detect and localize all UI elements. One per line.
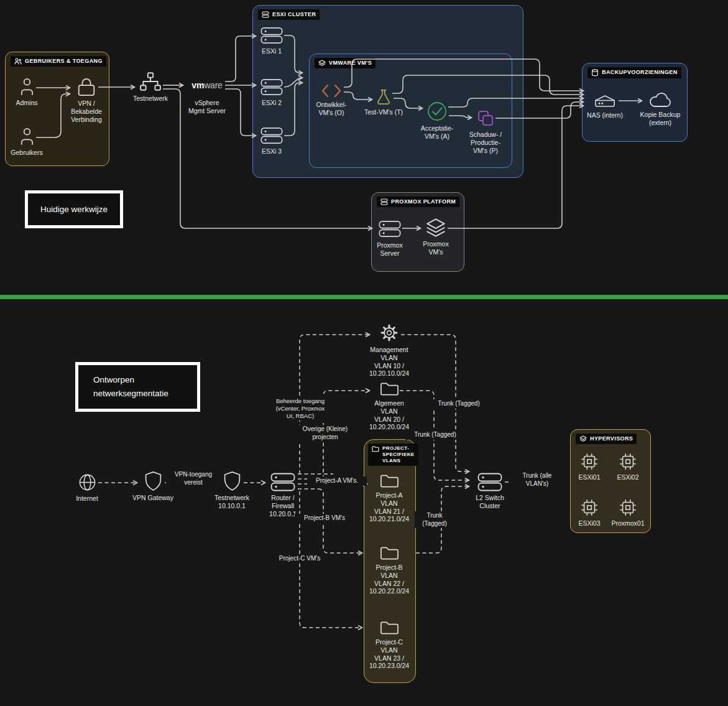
project-c-vms-edge-label: Project-C VM's <box>270 554 329 564</box>
esxi-1-node: ESXi 1 <box>244 26 300 55</box>
folder-icon <box>380 473 399 489</box>
esxi-3-label: ESXi 3 <box>262 147 282 156</box>
esxi-2-node: ESXi 2 <box>244 78 300 107</box>
internet-node: Internet <box>59 473 115 503</box>
ontwikkel-vms-label: Ontwikkel- VM's (O) <box>316 101 346 117</box>
esxi02-node: ESXi02 <box>604 452 652 481</box>
testnetwerk-node: Testnetwerk <box>122 72 178 103</box>
server-icon <box>379 219 401 239</box>
chip-icon <box>580 452 599 471</box>
bottom-section-title-label: Ontworpen netwerksegmentatie <box>93 373 197 400</box>
server-icon <box>260 26 283 45</box>
trunk-tagged-2-edge-label: Trunk (Tagged) <box>405 430 465 440</box>
vpn-node: VPN / Bekabelde Verbinding <box>58 77 114 123</box>
check-circle-icon <box>426 101 448 122</box>
nas-node: NAS (intern) <box>577 93 633 119</box>
esxi03-label: ESXi03 <box>578 519 600 527</box>
folder-icon <box>380 545 399 561</box>
person-icon <box>19 77 35 96</box>
l2-switch-label: L2 Switch Cluster <box>476 494 504 510</box>
folder-icon <box>380 620 399 636</box>
kopie-backup-label: Kopie Backup (extern) <box>640 111 681 127</box>
section-divider <box>0 295 728 299</box>
person-icon <box>19 127 35 146</box>
top-section-title: Huidige werkwijze <box>25 190 123 228</box>
proxmox-vms-label: Proxmox VM's <box>423 240 448 256</box>
algemeen-vlan-node: Algemeen VLAN VLAN 20 / 10.20.20.0/24 <box>359 381 419 431</box>
nas-label: NAS (intern) <box>587 111 623 119</box>
schaduw-vms-label: Schaduw- / Productie- VM's (P) <box>469 131 502 154</box>
server-icon <box>260 78 283 96</box>
esxi01-label: ESXi01 <box>578 473 600 481</box>
vmware-logo: vmware <box>191 80 222 90</box>
shield-icon <box>223 471 242 491</box>
switch-icon <box>477 473 503 491</box>
diagram-canvas: GEBRUIKERS & TOEGANG ESXI CLUSTER VMWARE… <box>0 0 728 706</box>
code-icon <box>320 83 343 98</box>
bottom-section-title: Ontworpen netwerksegmentatie <box>75 362 200 412</box>
copy-icon <box>476 109 495 128</box>
project-a-vms-edge-label: Project-A VM's. <box>307 476 367 486</box>
shield-icon <box>144 471 163 491</box>
acceptatie-vms-label: Acceptatie- VM's (A) <box>421 124 454 141</box>
mgmt-vlan-label: Management VLAN VLAN 10 / 10.20.10.0/24 <box>369 346 409 378</box>
acceptatie-vms-node: Acceptatie- VM's (A) <box>409 101 465 141</box>
vsphere-node: vmware vSphere Mgmt Server <box>178 80 236 115</box>
vpn-gateway-label: VPN Gateway <box>132 494 173 502</box>
edge-test-nas <box>392 75 583 95</box>
gebruikers-label: Gebruikers <box>11 149 42 157</box>
vpn-label: VPN / Bekabelde Verbinding <box>71 100 102 123</box>
esxi-3-node: ESXi 3 <box>244 126 300 156</box>
proxmox01-node: Proxmox01 <box>604 498 652 527</box>
vpn-toegang-edge-label: VPN-toegang vereist <box>166 470 221 487</box>
admins-node: Admins <box>0 77 53 107</box>
beheerde-toegang-edge-label: Beheerde toegang (vCenter, Proxmox UI, R… <box>267 397 333 420</box>
nas-icon <box>594 93 616 109</box>
project-a-vlan-node: Project-A VLAN VLAN 21 / 10.20.21.0/24 <box>362 473 416 523</box>
esxi02-label: ESXi02 <box>617 473 638 481</box>
test-vms-node: Test-VM's (T) <box>356 88 412 116</box>
gebruikers-node: Gebruikers <box>0 127 53 157</box>
project-b-vlan-node: Project-B VLAN VLAN 22 / 10.20.22.0/24 <box>362 545 416 595</box>
esxi-1-label: ESXi 1 <box>262 47 282 55</box>
folder-icon <box>380 381 399 397</box>
project-a-vlan-label: Project-A VLAN VLAN 21 / 10.20.21.0/24 <box>369 491 409 523</box>
overige-projecten-edge-label: Overige (Kleine) projecten <box>293 425 357 442</box>
ontwikkel-vms-node: Ontwikkel- VM's (O) <box>303 83 359 117</box>
network-icon <box>139 72 162 92</box>
trunk-tagged-1-edge-label: Trunk (Tagged) <box>429 399 489 409</box>
cloud-icon <box>648 91 673 108</box>
project-b-vms-edge-label: Project-B VM's <box>295 514 354 523</box>
server-icon <box>260 126 283 145</box>
chip-icon <box>619 452 637 471</box>
project-b-vlan-label: Project-B VLAN VLAN 22 / 10.20.22.0/24 <box>369 564 409 595</box>
testnetwerk2-label: Testnetwerk 10.10.0.1 <box>214 494 249 510</box>
project-c-vlan-node: Project-C VLAN VLAN 23 / 10.20.23.0/24 <box>362 620 416 670</box>
proxmox01-label: Proxmox01 <box>611 519 644 527</box>
algemeen-vlan-label: Algemeen VLAN VLAN 20 / 10.20.20.0/24 <box>369 399 409 431</box>
trunk-alle-vlans-edge-label: Trunk (alle VLAN's) <box>510 471 564 488</box>
kopie-backup-node: Kopie Backup (extern) <box>632 91 689 127</box>
router-icon <box>270 473 296 491</box>
esxi-2-label: ESXi 2 <box>262 99 282 107</box>
proxmox-vms-node: Proxmox VM's <box>408 218 464 256</box>
testnetwerk-label: Testnetwerk <box>133 95 168 103</box>
trunk-tagged-3-edge-label: Trunk (Tagged) <box>415 511 454 528</box>
lock-icon <box>76 77 97 97</box>
internet-label: Internet <box>76 495 98 503</box>
test-vms-label: Test-VM's (T) <box>364 108 403 116</box>
flask-icon <box>375 88 392 106</box>
router-firewall-node: Router / Firewall 10.20.0.1 <box>255 473 311 518</box>
project-c-vlan-label: Project-C VLAN VLAN 23 / 10.20.23.0/24 <box>369 638 409 670</box>
chip-icon <box>619 498 637 517</box>
gear-icon <box>379 322 400 343</box>
vsphere-label: vSphere Mgmt Server <box>188 99 226 115</box>
top-section-title-label: Huidige werkwijze <box>40 203 108 216</box>
globe-icon <box>78 473 97 492</box>
schaduw-vms-node: Schaduw- / Productie- VM's (P) <box>458 109 514 154</box>
proxmox-server-label: Proxmox Server <box>377 241 402 258</box>
edge-acceptatie-nas <box>448 98 583 107</box>
mgmt-vlan-node: Management VLAN VLAN 10 / 10.20.10.0/24 <box>359 322 419 378</box>
layers-icon <box>425 218 447 238</box>
admins-label: Admins <box>16 99 37 107</box>
